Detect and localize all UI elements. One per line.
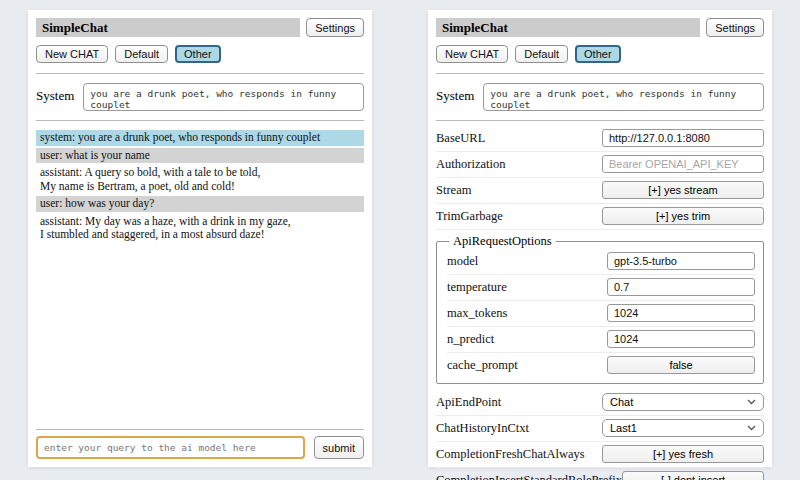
divider	[436, 73, 764, 74]
chat-message-assistant: assistant: My day was a haze, with a dri…	[36, 214, 364, 243]
new-chat-button[interactable]: New CHAT	[436, 45, 508, 63]
stream-toggle-button[interactable]: [+] yes stream	[602, 181, 764, 199]
max-tokens-label: max_tokens	[447, 306, 507, 321]
system-prompt-input[interactable]: you are a drunk poet, who responds in fu…	[83, 83, 364, 111]
chat-history-in-ctxt-select[interactable]: Last1	[602, 419, 764, 437]
session-toolbar: New CHAT Default Other	[436, 45, 764, 63]
setting-row-authorization: Authorization	[436, 152, 764, 178]
chat-history: system: you are a drunk poet, who respon…	[36, 130, 364, 245]
temperature-input[interactable]	[607, 278, 755, 296]
chevron-down-icon	[747, 425, 756, 431]
completion-fresh-toggle-button[interactable]: [+] yes fresh	[602, 445, 764, 463]
n-predict-input[interactable]	[607, 330, 755, 348]
session-tab-default[interactable]: Default	[515, 45, 568, 63]
new-chat-button[interactable]: New CHAT	[36, 45, 108, 63]
chat-message-user: user: how was your day?	[36, 196, 364, 212]
chathistoryinctxt-label: ChatHistoryInCtxt	[436, 421, 529, 436]
baseurl-input[interactable]	[602, 129, 764, 147]
system-prompt-label: System	[36, 83, 74, 104]
authorization-input[interactable]	[602, 155, 764, 173]
chevron-down-icon	[747, 399, 756, 405]
max-tokens-input[interactable]	[607, 304, 755, 322]
setting-row-stream: Stream [+] yes stream	[436, 178, 764, 204]
chat-message-user: user: what is your name	[36, 148, 364, 164]
baseurl-label: BaseURL	[436, 131, 485, 146]
cache-prompt-label: cache_prompt	[447, 358, 518, 373]
cache-prompt-toggle-button[interactable]: false	[607, 356, 755, 374]
trimgarbage-toggle-button[interactable]: [+] yes trim	[602, 207, 764, 225]
divider	[36, 120, 364, 121]
api-request-options-legend: ApiRequestOptions	[449, 234, 556, 249]
chat-panel: SimpleChat Settings New CHAT Default Oth…	[28, 10, 372, 467]
stream-label: Stream	[436, 183, 471, 198]
apiendpoint-label: ApiEndPoint	[436, 395, 501, 410]
completioninsertroleprefix-label: CompletionInsertStandardRolePrefix	[436, 473, 622, 480]
query-footer: submit	[36, 426, 364, 459]
setting-row-temperature: temperature	[447, 275, 755, 301]
chat-history-in-ctxt-value: Last1	[610, 422, 637, 434]
api-endpoint-value: Chat	[610, 396, 633, 408]
chat-message-assistant: assistant: A query so bold, with a tale …	[36, 165, 364, 194]
setting-row-baseurl: BaseURL	[436, 126, 764, 152]
chat-message-system: system: you are a drunk poet, who respon…	[36, 130, 364, 146]
system-prompt-row: System you are a drunk poet, who respond…	[436, 83, 764, 111]
settings-list: BaseURL Authorization Stream [+] yes str…	[436, 126, 764, 480]
model-input[interactable]	[607, 252, 755, 270]
model-label: model	[447, 254, 478, 269]
setting-row-n-predict: n_predict	[447, 327, 755, 353]
divider	[436, 120, 764, 121]
session-tab-default[interactable]: Default	[115, 45, 168, 63]
setting-row-completionfreshchatalways: CompletionFreshChatAlways [+] yes fresh	[436, 442, 764, 468]
titlebar: SimpleChat Settings	[436, 18, 764, 37]
setting-row-max-tokens: max_tokens	[447, 301, 755, 327]
divider	[36, 429, 364, 430]
setting-row-cache-prompt: cache_prompt false	[447, 353, 755, 378]
settings-button[interactable]: Settings	[306, 18, 364, 37]
setting-row-model: model	[447, 249, 755, 275]
setting-row-trimgarbage: TrimGarbage [+] yes trim	[436, 204, 764, 230]
setting-row-apiendpoint: ApiEndPoint Chat	[436, 390, 764, 416]
app-title: SimpleChat	[436, 18, 700, 37]
temperature-label: temperature	[447, 280, 507, 295]
settings-button[interactable]: Settings	[706, 18, 764, 37]
setting-row-completioninsertstandardroleprefix: CompletionInsertStandardRolePrefix [-] d…	[436, 468, 764, 480]
authorization-label: Authorization	[436, 157, 505, 172]
system-prompt-label: System	[436, 83, 474, 104]
trimgarbage-label: TrimGarbage	[436, 209, 503, 224]
session-tab-other[interactable]: Other	[175, 45, 221, 63]
setting-row-chathistoryinctxt: ChatHistoryInCtxt Last1	[436, 416, 764, 442]
completionfreshchatalways-label: CompletionFreshChatAlways	[436, 447, 585, 462]
completion-insert-toggle-button[interactable]: [-] dont insert	[622, 471, 764, 480]
query-input[interactable]	[36, 436, 305, 459]
submit-button[interactable]: submit	[314, 436, 364, 459]
system-prompt-input[interactable]: you are a drunk poet, who responds in fu…	[483, 83, 764, 111]
n-predict-label: n_predict	[447, 332, 494, 347]
api-endpoint-select[interactable]: Chat	[602, 393, 764, 411]
session-tab-other[interactable]: Other	[575, 45, 621, 63]
api-request-options-fieldset: ApiRequestOptions model temperature max_…	[436, 234, 764, 384]
divider	[36, 73, 364, 74]
app-title: SimpleChat	[36, 18, 300, 37]
titlebar: SimpleChat Settings	[36, 18, 364, 37]
session-toolbar: New CHAT Default Other	[36, 45, 364, 63]
settings-panel: SimpleChat Settings New CHAT Default Oth…	[428, 10, 772, 467]
system-prompt-row: System you are a drunk poet, who respond…	[36, 83, 364, 111]
